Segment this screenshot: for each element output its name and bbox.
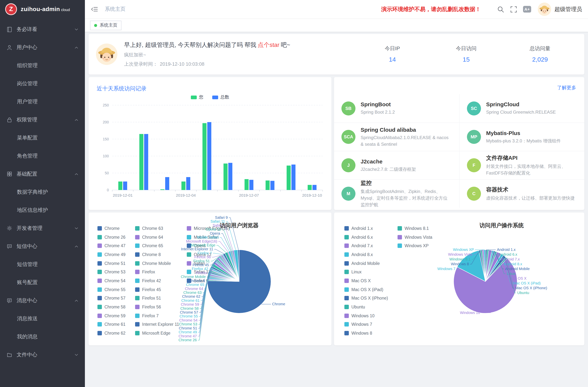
username[interactable]: 超级管理员 xyxy=(554,6,582,13)
sidebar-item-permission[interactable]: 权限管理 xyxy=(0,111,85,129)
legend-item[interactable]: Chrome 63 xyxy=(135,224,179,233)
legend-label: Chrome 64 xyxy=(142,235,163,239)
breadcrumb[interactable]: 系统主页 xyxy=(105,6,126,13)
feature-item-7[interactable]: C容器技术虚拟化容器技术，让迁移、部署更加方便快捷 xyxy=(459,179,584,208)
legend-item[interactable]: Chrome 51 xyxy=(97,259,126,268)
legend-item[interactable]: Microsoft Edge xyxy=(135,329,179,338)
feature-desc: Spring Boot 2.1.2 xyxy=(361,109,395,116)
legend-item[interactable]: Android 6.x xyxy=(344,233,388,241)
legend-item[interactable]: Mac OS X (iPhone) xyxy=(344,294,388,303)
sidebar-subitem-user-center-2[interactable]: 用户管理 xyxy=(0,93,85,111)
legend-item[interactable]: Firefox xyxy=(135,268,179,276)
legend-item[interactable]: Internet Explorer 11 xyxy=(135,320,179,329)
legend-item[interactable]: Chrome 64 xyxy=(135,233,179,241)
legend-label: Mac OS X (iPad) xyxy=(351,287,383,292)
legend-item[interactable]: Chrome 54 xyxy=(97,276,126,285)
pie-slice-Mac OS X xyxy=(485,252,501,282)
feature-item-6[interactable]: M监控集成SpringBootAdmin、Zipkin、Redis、Mysql、… xyxy=(334,179,459,208)
legend-item[interactable]: Android 1.x xyxy=(344,224,388,233)
legend-item[interactable]: Windows 10 xyxy=(344,311,388,320)
legend-item[interactable]: Android 7.x xyxy=(344,242,388,250)
legend-item[interactable]: Chrome 26 xyxy=(97,233,126,241)
legend-item[interactable]: Chrome 53 xyxy=(97,268,126,276)
legend-item[interactable]: Firefox 7 xyxy=(135,311,179,320)
legend-item[interactable]: Chrome 47 xyxy=(97,242,126,250)
sidebar-subitem-message-center-1[interactable]: 我的消息 xyxy=(0,327,85,346)
sidebar-subitem-message-center-0[interactable]: 消息推送 xyxy=(0,309,85,327)
sidebar-item-basic-config[interactable]: 基础配置 xyxy=(0,165,85,183)
fullscreen-icon[interactable] xyxy=(510,6,517,13)
feature-title: 监控 xyxy=(361,180,452,186)
legend-item[interactable]: Windows 8 xyxy=(344,329,388,338)
feature-item-5[interactable]: F文件存储API封装文件接口，实现本地存储、阿里云、FastDFS存储的配置化 xyxy=(459,151,584,179)
legend-item[interactable]: Firefox 56 xyxy=(135,303,179,311)
star-link[interactable]: 点个star xyxy=(258,41,279,48)
legend-item[interactable]: Windows Vista xyxy=(398,233,432,241)
legend-item[interactable]: Android Mobile xyxy=(344,259,388,268)
legend-item[interactable]: Opera 12 xyxy=(187,250,230,259)
legend-item[interactable]: Chrome xyxy=(97,224,126,233)
legend-item[interactable]: Opera xyxy=(187,242,230,250)
sidebar-subitem-permission-0[interactable]: 菜单配置 xyxy=(0,129,85,147)
legend-item[interactable]: Mobile Safari xyxy=(187,233,230,241)
legend-item[interactable]: Firefox 42 xyxy=(135,276,179,285)
legend-item[interactable]: Windows 8.1 xyxy=(398,224,432,233)
feature-item-4[interactable]: JJ2cacheJ2cache2.7.8: 二级缓存框架 xyxy=(334,151,459,179)
legend-item[interactable]: Mac OS X xyxy=(344,276,388,285)
legend-item[interactable]: Chrome 58 xyxy=(97,303,126,311)
app: Z zuihou-admincloud 务必详看用户中心组织管理岗位管理用户管理… xyxy=(0,0,588,387)
legend-item[interactable]: Chrome 65 xyxy=(135,242,179,250)
visit-record-card: 近十天系统访问记录 您总数 0501001502002502019-12-012… xyxy=(89,77,332,210)
feature-item-1[interactable]: SCSpringCloudSpring Cloud Greenwich.RELE… xyxy=(459,94,584,122)
legend-item[interactable]: Linux xyxy=(344,268,388,276)
collapse-sidebar-icon[interactable] xyxy=(91,5,98,13)
sidebar-subitem-permission-1[interactable]: 角色管理 xyxy=(0,147,85,165)
sidebar-item-sms-center[interactable]: 短信中心 xyxy=(0,237,85,255)
sidebar-item-must-read[interactable]: 务必详看 xyxy=(0,20,85,38)
legend-item[interactable]: Firefox 45 xyxy=(135,285,179,294)
legend-item[interactable]: Chrome 57 xyxy=(97,294,126,303)
legend-item[interactable]: Chrome 59 xyxy=(97,311,126,320)
sidebar-item-file-center[interactable]: 文件中心 xyxy=(0,346,85,364)
sidebar-item-developer[interactable]: 开发者管理 xyxy=(0,219,85,237)
legend-swatch xyxy=(135,296,140,301)
sidebar-subitem-sms-center-1[interactable]: 账号配置 xyxy=(0,273,85,291)
sidebar-item-user-center[interactable]: 用户中心 xyxy=(0,38,85,57)
bar-总数-2019-12-04 xyxy=(186,177,190,190)
user-avatar[interactable] xyxy=(538,2,551,16)
legend-item[interactable]: Safari xyxy=(187,259,230,268)
legend-item[interactable]: Safari 11 xyxy=(187,268,230,276)
legend-item[interactable]: Windows 7 xyxy=(344,320,388,329)
legend-item[interactable]: Android 8.x xyxy=(344,250,388,259)
sidebar-subitem-basic-config-1[interactable]: 地区信息维护 xyxy=(0,201,85,219)
sidebar-subitem-basic-config-0[interactable]: 数据字典维护 xyxy=(0,183,85,201)
sidebar-subitem-user-center-1[interactable]: 岗位管理 xyxy=(0,75,85,93)
legend-item[interactable]: Ubuntu xyxy=(344,303,388,311)
legend-item[interactable]: Safari 9 xyxy=(187,276,230,285)
legend-item[interactable]: Chrome 49 xyxy=(97,250,126,259)
legend-item[interactable]: Mac OS X (iPad) xyxy=(344,285,388,294)
legend-item[interactable]: Chrome Mobile xyxy=(135,259,179,268)
bar-您-2019-12-04 xyxy=(181,182,186,190)
legend-item[interactable]: Firefox 51 xyxy=(135,294,179,303)
legend-item[interactable]: Chrome 62 xyxy=(97,329,126,338)
os-pie-card: 访问用户操作系统 Android 1.xAndroid 6.xAndroid 7… xyxy=(334,212,584,345)
tab-home[interactable]: 系统主页 xyxy=(90,20,122,30)
learn-more-link[interactable]: 了解更多 xyxy=(557,84,576,91)
legend-item[interactable]: Chrome 8 xyxy=(135,250,179,259)
feature-item-2[interactable]: SCASpring Cloud alibabaSpringCloudAlibab… xyxy=(334,122,459,151)
legend-item[interactable]: Windows XP xyxy=(398,242,432,250)
pie-slice-Android Mobile xyxy=(485,251,495,282)
legend-item[interactable]: Chrome 61 xyxy=(97,320,126,329)
sidebar-subitem-sms-center-0[interactable]: 短信管理 xyxy=(0,255,85,273)
sidebar-item-message-center[interactable]: 消息中心 xyxy=(0,291,85,309)
font-size-icon[interactable]: A+ xyxy=(523,6,531,13)
brand[interactable]: Z zuihou-admincloud xyxy=(0,0,85,19)
feature-item-0[interactable]: SBSpringBootSpring Boot 2.1.2 xyxy=(334,94,459,122)
search-icon[interactable] xyxy=(497,6,504,13)
sidebar-item-label: 消息中心 xyxy=(17,297,75,304)
feature-badge-icon: F xyxy=(467,158,481,172)
feature-item-3[interactable]: MPMybatis-PlusMybatis-plus 3.2.0：Mybatis… xyxy=(459,122,584,151)
legend-item[interactable]: Chrome 55 xyxy=(97,285,126,294)
sidebar-subitem-user-center-0[interactable]: 组织管理 xyxy=(0,57,85,75)
